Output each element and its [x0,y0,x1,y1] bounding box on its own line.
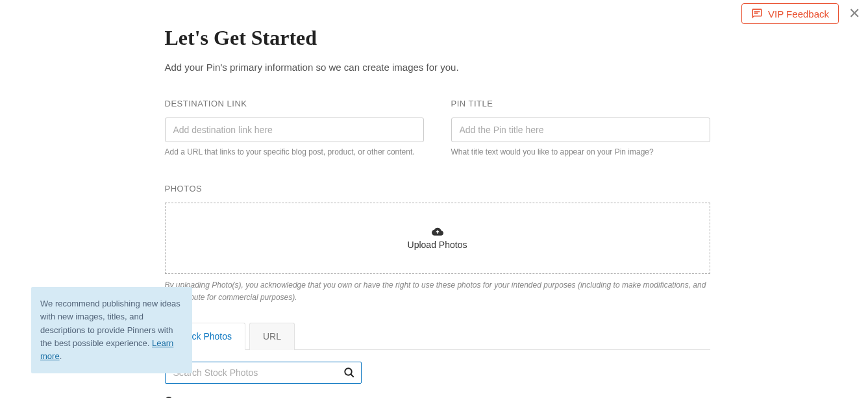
tip-text: Tip! Search using specific terms of what… [165,395,710,398]
destination-group: DESTINATION LINK Add a URL that links to… [165,99,424,156]
tab-url[interactable]: URL [249,323,295,350]
destination-helper: Add a URL that links to your specific bl… [165,147,424,156]
vip-feedback-label: VIP Feedback [768,8,829,19]
pin-title-input[interactable] [451,118,710,142]
search-wrap [165,362,362,384]
close-button[interactable]: ✕ [849,6,860,21]
cloud-upload-icon [432,227,443,236]
main-container: Let's Get Started Add your Pin's primary… [158,0,710,398]
pin-title-label: PIN TITLE [451,99,710,108]
form-row: DESTINATION LINK Add a URL that links to… [165,99,710,156]
chat-icon [751,8,763,19]
svg-line-1 [351,375,354,378]
search-icon[interactable] [343,367,355,379]
upload-zone[interactable]: Upload Photos [165,203,710,274]
svg-point-0 [345,369,352,376]
upload-text: Upload Photos [408,240,467,250]
pin-title-helper: What title text would you like to appear… [451,147,710,156]
pin-title-group: PIN TITLE What title text would you like… [451,99,710,156]
photos-section: PHOTOS Upload Photos By uploading Photo(… [165,184,710,304]
search-input[interactable] [165,362,362,384]
photos-label: PHOTOS [165,184,710,193]
destination-input[interactable] [165,118,424,142]
page-title: Let's Get Started [165,26,710,50]
upload-disclaimer: By uploading Photo(s), you acknowledge t… [165,279,710,304]
destination-label: DESTINATION LINK [165,99,424,108]
tabs: Stock Photos URL [165,322,710,350]
vip-feedback-button[interactable]: VIP Feedback [741,3,839,24]
page-subtitle: Add your Pin's primary information so we… [165,62,710,73]
recommend-box: We recommend publishing new ideas with n… [31,287,192,373]
